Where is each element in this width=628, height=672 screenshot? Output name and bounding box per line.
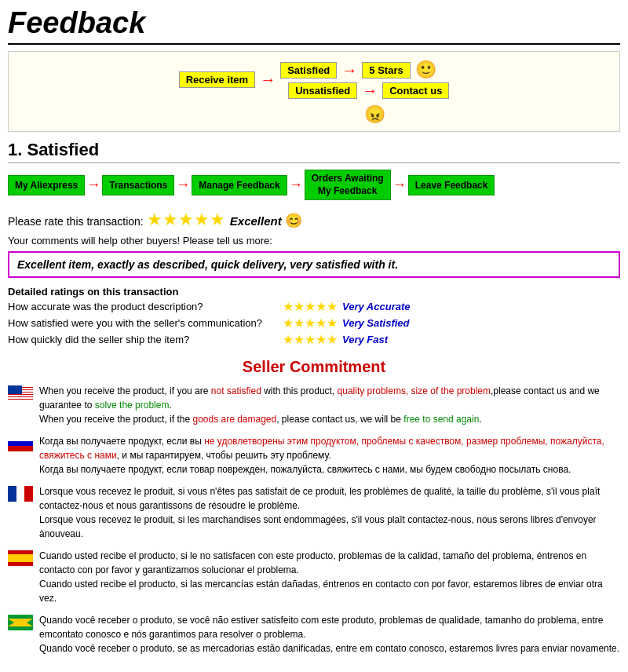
seller-commitment: Seller Commitment When you receive the p… [8,358,620,656]
comment-box: Excellent item, exactly as described, qu… [8,251,620,278]
rating-row-2: How satisfied were you with the seller's… [8,316,620,331]
flag-us [8,385,33,401]
rating-stars-2: ★★★★★ [283,316,338,331]
arrow2: → [341,61,357,79]
page-title: Feedback [8,6,620,45]
emoji-smiley: 😊 [285,213,302,228]
commitment-text-ru: Когда вы получаете продукт, если вы не у… [39,434,620,477]
step-leave-feedback[interactable]: Leave Feedback [408,175,495,195]
commitment-section-fr: Lorsque vous recevez le produit, si vous… [8,484,620,541]
arrow1: → [260,71,276,89]
rating-label-2: How satisfied were you with the seller's… [8,317,283,329]
step-arrow-3: → [287,177,305,193]
comments-prompt: Your comments will help other buyers! Pl… [8,235,620,247]
rating-row-1: How accurate was the product description… [8,299,620,314]
step-my-aliexpress[interactable]: My Aliexpress [8,175,85,195]
rating-label-3: How quickly did the seller ship the item… [8,334,283,345]
rating-line: Please rate this transaction: ★★★★★ Exce… [8,210,620,230]
commitment-text-es: Cuando usted recibe el producto, si le n… [39,549,620,605]
flag-ru [8,436,33,451]
flag-br [8,615,33,630]
step-arrow-1: → [85,177,102,193]
rating-desc-2: Very Satisfied [342,317,410,329]
flowchart-contactus: Contact us [382,82,449,99]
rating-desc-3: Very Fast [342,334,388,345]
rating-row-3: How quickly did the seller ship the item… [8,332,620,347]
commitment-section-ru: Когда вы получаете продукт, если вы не у… [8,434,620,477]
rating-stars-3: ★★★★★ [283,332,338,347]
step-orders-awaiting[interactable]: Orders AwaitingMy Feedback [305,170,391,200]
rating-desc-1: Very Accurate [342,301,410,312]
seller-commitment-title: Seller Commitment [8,358,620,376]
step-transactions[interactable]: Transactions [102,175,174,195]
flowchart-fivestars: 5 Stars [362,62,410,79]
commitment-section-pt: Quando você receber o produto, se você n… [8,613,620,656]
flowchart-box: Receive item → Satisfied → 5 Stars 🙂 Uns… [8,51,620,132]
commitment-section-en: When you receive the product, if you are… [8,384,620,426]
step-arrow-4: → [391,177,408,193]
step-arrow-2: → [174,177,192,193]
commitment-text-en: When you receive the product, if you are… [39,384,620,426]
flowchart-receive: Receive item [179,71,256,88]
rating-stars-1: ★★★★★ [283,299,338,314]
rating-level: Excellent [230,214,282,228]
step-manage-feedback[interactable]: Manage Feedback [192,175,287,195]
flowchart-unsatisfied: Unsatisfied [288,82,357,99]
steps-row: My Aliexpress → Transactions → Manage Fe… [8,170,620,200]
commitment-section-es: Cuando usted recibe el producto, si le n… [8,549,620,605]
flowchart-satisfied: Satisfied [280,62,337,79]
emoji-happy: 🙂 [415,60,436,80]
commitment-text-fr: Lorsque vous recevez le produit, si vous… [39,484,620,541]
detailed-ratings: Detailed ratings on this transaction How… [8,286,620,347]
detailed-ratings-title: Detailed ratings on this transaction [8,286,620,298]
flag-es [8,550,33,566]
arrow3: → [362,82,378,100]
rating-label-1: How accurate was the product description… [8,301,283,312]
section1-heading: 1. Satisfied [8,140,620,163]
flag-fr [8,486,33,502]
emoji-sad: 😠 [364,104,385,125]
rating-prompt: Please rate this transaction: [8,215,144,228]
commitment-text-pt: Quando você receber o produto, se você n… [39,613,620,656]
stars-display: ★★★★★ [147,210,230,229]
